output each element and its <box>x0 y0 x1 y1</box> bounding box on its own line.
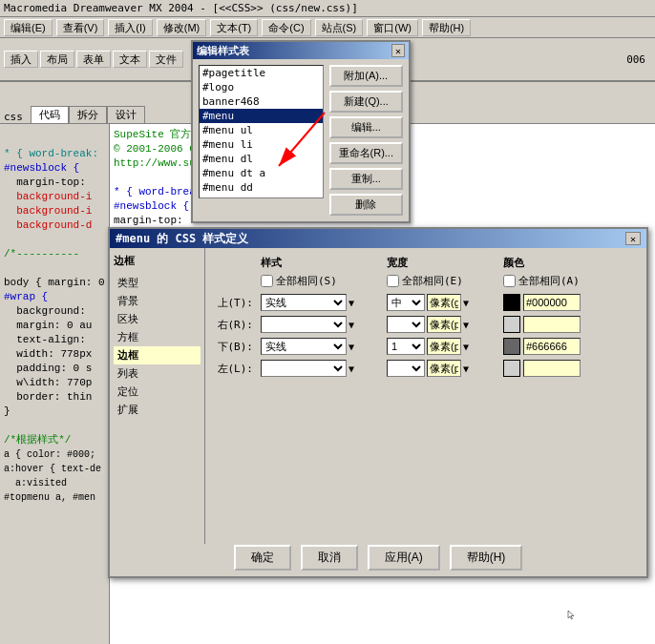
app-title: Macromedia Dreamweaver MX 2004 - [<<CSS>… <box>4 2 358 14</box>
border-row-top: 上(T): 实线 ▼ 中 ▼ <box>213 294 639 311</box>
same-width-checkbox[interactable] <box>387 275 399 287</box>
cat-item-type[interactable]: 类型 <box>114 274 201 292</box>
border-bottom-color-input[interactable] <box>523 338 581 355</box>
menu-command[interactable]: 命令(C) <box>262 19 310 36</box>
toolbar-layout[interactable]: 布局 <box>40 51 74 68</box>
toolbar-form[interactable]: 表单 <box>76 51 111 68</box>
cancel-button[interactable]: 取消 <box>301 545 358 571</box>
code-line: body { margin: 0 <box>4 276 105 290</box>
border-bottom-color-cell <box>503 338 616 355</box>
code-area[interactable]: * { word-break: #newsblock { margin-top:… <box>0 143 109 644</box>
css-right-panel: 样式 宽度 颜色 全部相同(S) 全部相同(E) <box>205 248 646 544</box>
cat-item-position[interactable]: 定位 <box>114 383 201 401</box>
code-line: #wrap { <box>4 290 105 304</box>
border-right-style-select[interactable] <box>261 316 347 333</box>
code-line: #topmenu a, #men <box>4 490 105 505</box>
delete-button[interactable]: 删除 <box>329 194 403 216</box>
border-left-width-input[interactable] <box>427 360 461 377</box>
menu-text[interactable]: 文本(T) <box>210 19 258 36</box>
border-right-width-input[interactable] <box>427 316 461 333</box>
border-right-color-input[interactable] <box>523 316 581 333</box>
list-item[interactable]: #pagetitle <box>200 66 323 80</box>
border-top-style-select[interactable]: 实线 <box>261 294 347 311</box>
apply-button[interactable]: 应用(A) <box>368 545 440 571</box>
menu-bar[interactable]: 编辑(E) 查看(V) 插入(I) 修改(M) 文本(T) 命令(C) 站点(S… <box>0 17 655 38</box>
border-left-color-cell <box>503 360 616 377</box>
list-item[interactable]: #navigation <box>200 195 323 198</box>
border-row-bottom: 下(B): 实线 ▼ 1 ▼ <box>213 338 639 355</box>
css-listbox[interactable]: #pagetitle #logo banner468 #menu #menu u… <box>199 65 324 198</box>
list-item[interactable]: #menu li <box>200 137 323 152</box>
duplicate-button[interactable]: 重制... <box>329 168 403 190</box>
border-bottom-width-select[interactable]: 1 <box>387 338 425 355</box>
cat-item-list[interactable]: 列表 <box>114 364 201 383</box>
code-line: } <box>4 405 105 419</box>
code-line: a:hover { text-de <box>4 462 105 476</box>
same-color-check: 全部相同(A) <box>503 274 616 288</box>
list-item[interactable]: banner468 <box>200 94 323 109</box>
list-item[interactable]: #logo <box>200 80 323 94</box>
menu-insert[interactable]: 插入(I) <box>108 19 152 36</box>
help-button[interactable]: 帮助(H) <box>450 545 523 571</box>
same-color-label: 全部相同(A) <box>518 274 580 288</box>
border-top-width-select[interactable]: 中 <box>387 294 425 311</box>
border-top-color-swatch[interactable] <box>503 294 520 311</box>
menu-site[interactable]: 站点(S) <box>315 19 364 36</box>
title-bar: Macromedia Dreamweaver MX 2004 - [<<CSS>… <box>0 0 655 17</box>
toolbar-text[interactable]: 文本 <box>113 51 147 68</box>
border-bottom-style-select[interactable]: 实线 <box>261 338 347 355</box>
cat-item-box[interactable]: 方框 <box>114 328 201 346</box>
menu-window[interactable]: 窗口(W) <box>367 19 418 36</box>
add-button[interactable]: 附加(A)... <box>329 65 403 87</box>
menu-modify[interactable]: 修改(M) <box>157 19 207 36</box>
border-top-color-input[interactable] <box>523 294 581 311</box>
list-item-selected[interactable]: #menu <box>200 109 323 123</box>
border-top-color-cell <box>503 294 616 311</box>
css-list-close-button[interactable]: ✕ <box>391 44 405 57</box>
same-style-checkbox[interactable] <box>261 275 273 287</box>
border-left-color-input[interactable] <box>523 360 581 377</box>
border-left-color-swatch[interactable] <box>503 360 520 377</box>
border-right-width-select[interactable] <box>387 316 425 333</box>
border-right-color-swatch[interactable] <box>503 316 520 333</box>
list-item[interactable]: #menu dl <box>200 152 323 166</box>
edit-button[interactable]: 编辑... <box>329 116 403 138</box>
tab-design[interactable]: 设计 <box>107 106 145 123</box>
same-style-check: 全部相同(S) <box>261 274 383 288</box>
border-row-right: 右(R): ▼ ▼ <box>213 316 639 333</box>
cat-item-block[interactable]: 区块 <box>114 310 201 328</box>
rename-button[interactable]: 重命名(R)... <box>329 142 403 164</box>
same-all-row: 全部相同(S) 全部相同(E) 全部相同(A) <box>213 274 639 288</box>
cat-item-extend[interactable]: 扩展 <box>114 401 201 419</box>
tab-code[interactable]: 代码 <box>31 106 69 123</box>
cat-item-bg[interactable]: 背景 <box>114 292 201 310</box>
css-def-close-button[interactable]: ✕ <box>625 232 641 245</box>
toolbar-file[interactable]: 文件 <box>149 51 183 68</box>
border-left-label: 左(L): <box>213 362 257 376</box>
dropdown-icon-bottom-style: ▼ <box>349 342 354 352</box>
new-button[interactable]: 新建(Q)... <box>329 91 403 113</box>
border-bottom-color-swatch[interactable] <box>503 338 520 355</box>
cat-item-border[interactable]: 边框 <box>114 346 201 364</box>
list-item[interactable]: #menu dt a <box>200 166 323 180</box>
code-line: margin-top: <box>4 176 105 190</box>
ok-button[interactable]: 确定 <box>234 545 291 571</box>
tab-split[interactable]: 拆分 <box>69 106 107 123</box>
dropdown-icon-left-style: ▼ <box>349 364 354 374</box>
border-left-style-select[interactable] <box>261 360 347 377</box>
same-style-label: 全部相同(S) <box>276 274 337 288</box>
list-item[interactable]: #menu ul <box>200 123 323 137</box>
menu-edit[interactable]: 编辑(E) <box>4 19 53 36</box>
toolbar-insert[interactable]: 插入 <box>4 51 38 68</box>
border-left-width-select[interactable] <box>387 360 425 377</box>
code-line: w\idth: 770p <box>4 376 105 390</box>
code-line: /*---------- <box>4 247 105 261</box>
border-bottom-width-input[interactable] <box>427 338 461 355</box>
menu-view[interactable]: 查看(V) <box>56 19 105 36</box>
border-top-width-input[interactable] <box>427 294 461 311</box>
list-item[interactable]: #menu dd <box>200 180 323 195</box>
code-line: background-i <box>4 190 105 204</box>
same-color-checkbox[interactable] <box>503 275 516 287</box>
menu-help[interactable]: 帮助(H) <box>422 19 471 36</box>
css-def-body: 边框 类型 背景 区块 方框 边框 列表 定位 扩展 样式 宽度 颜色 <box>110 248 646 544</box>
